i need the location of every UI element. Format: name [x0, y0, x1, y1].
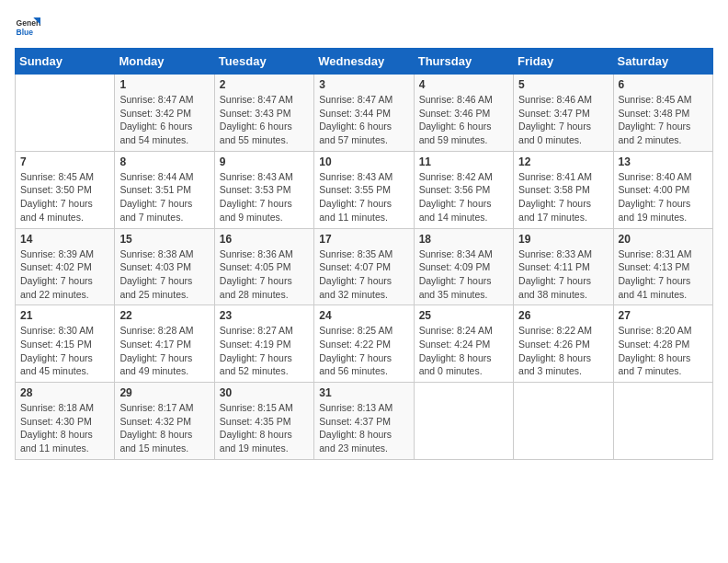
- day-detail: Sunrise: 8:39 AM Sunset: 4:02 PM Dayligh…: [20, 247, 109, 302]
- day-number: 7: [20, 155, 109, 168]
- day-number: 16: [220, 233, 309, 246]
- logo: General Blue: [15, 15, 44, 40]
- day-cell: 3Sunrise: 8:47 AM Sunset: 3:44 PM Daylig…: [314, 75, 414, 152]
- day-number: 3: [319, 78, 408, 91]
- day-detail: Sunrise: 8:43 AM Sunset: 3:53 PM Dayligh…: [220, 170, 309, 224]
- day-detail: Sunrise: 8:38 AM Sunset: 4:03 PM Dayligh…: [119, 247, 209, 302]
- day-cell: 8Sunrise: 8:44 AM Sunset: 3:51 PM Daylig…: [115, 151, 214, 228]
- day-number: 19: [518, 233, 608, 246]
- calendar-header-row: SundayMondayTuesdayWednesdayThursdayFrid…: [16, 49, 713, 75]
- day-number: 27: [619, 309, 708, 322]
- day-cell: 20Sunrise: 8:31 AM Sunset: 4:13 PM Dayli…: [613, 228, 712, 305]
- day-detail: Sunrise: 8:36 AM Sunset: 4:05 PM Dayligh…: [220, 247, 309, 302]
- day-number: 18: [419, 233, 508, 246]
- column-header-monday: Monday: [115, 49, 214, 75]
- day-detail: Sunrise: 8:45 AM Sunset: 3:50 PM Dayligh…: [20, 170, 109, 224]
- day-cell: 11Sunrise: 8:42 AM Sunset: 3:56 PM Dayli…: [414, 151, 513, 228]
- day-number: 4: [419, 78, 508, 91]
- day-detail: Sunrise: 8:46 AM Sunset: 3:46 PM Dayligh…: [419, 93, 508, 147]
- column-header-saturday: Saturday: [613, 49, 712, 75]
- day-number: 6: [619, 78, 708, 91]
- day-detail: Sunrise: 8:31 AM Sunset: 4:13 PM Dayligh…: [619, 247, 708, 302]
- day-number: 17: [319, 233, 408, 246]
- day-detail: Sunrise: 8:47 AM Sunset: 3:43 PM Dayligh…: [220, 93, 309, 147]
- week-row-4: 21Sunrise: 8:30 AM Sunset: 4:15 PM Dayli…: [16, 305, 713, 383]
- day-cell: 26Sunrise: 8:22 AM Sunset: 4:26 PM Dayli…: [514, 305, 613, 383]
- day-cell: 23Sunrise: 8:27 AM Sunset: 4:19 PM Dayli…: [214, 305, 313, 383]
- day-detail: Sunrise: 8:27 AM Sunset: 4:19 PM Dayligh…: [220, 324, 309, 378]
- day-cell: [16, 75, 115, 152]
- day-cell: 4Sunrise: 8:46 AM Sunset: 3:46 PM Daylig…: [414, 75, 513, 152]
- day-detail: Sunrise: 8:13 AM Sunset: 4:37 PM Dayligh…: [319, 401, 408, 455]
- day-detail: Sunrise: 8:22 AM Sunset: 4:26 PM Dayligh…: [518, 324, 608, 378]
- svg-text:Blue: Blue: [17, 28, 34, 37]
- day-detail: Sunrise: 8:28 AM Sunset: 4:17 PM Dayligh…: [119, 324, 209, 378]
- day-number: 12: [518, 155, 608, 168]
- day-detail: Sunrise: 8:40 AM Sunset: 4:00 PM Dayligh…: [619, 170, 708, 224]
- day-cell: 29Sunrise: 8:17 AM Sunset: 4:32 PM Dayli…: [115, 383, 214, 460]
- day-number: 10: [319, 155, 408, 168]
- day-number: 1: [119, 78, 209, 91]
- page-header: General Blue: [15, 15, 713, 40]
- day-detail: Sunrise: 8:30 AM Sunset: 4:15 PM Dayligh…: [20, 324, 109, 378]
- day-detail: Sunrise: 8:44 AM Sunset: 3:51 PM Dayligh…: [119, 170, 209, 224]
- day-cell: 22Sunrise: 8:28 AM Sunset: 4:17 PM Dayli…: [115, 305, 214, 383]
- day-detail: Sunrise: 8:15 AM Sunset: 4:35 PM Dayligh…: [220, 401, 309, 455]
- day-cell: 1Sunrise: 8:47 AM Sunset: 3:42 PM Daylig…: [115, 75, 214, 152]
- day-detail: Sunrise: 8:47 AM Sunset: 3:44 PM Dayligh…: [319, 93, 408, 147]
- day-cell: 25Sunrise: 8:24 AM Sunset: 4:24 PM Dayli…: [414, 305, 513, 383]
- day-number: 11: [419, 155, 508, 168]
- calendar-table: SundayMondayTuesdayWednesdayThursdayFrid…: [15, 48, 713, 460]
- day-number: 14: [20, 233, 109, 246]
- week-row-5: 28Sunrise: 8:18 AM Sunset: 4:30 PM Dayli…: [16, 383, 713, 460]
- day-detail: Sunrise: 8:35 AM Sunset: 4:07 PM Dayligh…: [319, 247, 408, 302]
- day-detail: Sunrise: 8:45 AM Sunset: 3:48 PM Dayligh…: [619, 93, 708, 147]
- week-row-2: 7Sunrise: 8:45 AM Sunset: 3:50 PM Daylig…: [16, 151, 713, 228]
- day-cell: 6Sunrise: 8:45 AM Sunset: 3:48 PM Daylig…: [613, 75, 712, 152]
- day-number: 28: [20, 386, 109, 399]
- day-number: 8: [119, 155, 209, 168]
- day-number: 9: [220, 155, 309, 168]
- day-detail: Sunrise: 8:42 AM Sunset: 3:56 PM Dayligh…: [419, 170, 508, 224]
- column-header-thursday: Thursday: [414, 49, 513, 75]
- day-cell: 30Sunrise: 8:15 AM Sunset: 4:35 PM Dayli…: [214, 383, 313, 460]
- day-number: 15: [119, 233, 209, 246]
- day-cell: 18Sunrise: 8:34 AM Sunset: 4:09 PM Dayli…: [414, 228, 513, 305]
- day-number: 22: [119, 309, 209, 322]
- day-number: 20: [619, 233, 708, 246]
- logo-icon: General Blue: [15, 15, 40, 40]
- day-number: 31: [319, 386, 408, 399]
- column-header-tuesday: Tuesday: [214, 49, 313, 75]
- day-cell: [514, 383, 613, 460]
- day-cell: 13Sunrise: 8:40 AM Sunset: 4:00 PM Dayli…: [613, 151, 712, 228]
- day-number: 26: [518, 309, 608, 322]
- day-cell: 31Sunrise: 8:13 AM Sunset: 4:37 PM Dayli…: [314, 383, 414, 460]
- day-cell: 10Sunrise: 8:43 AM Sunset: 3:55 PM Dayli…: [314, 151, 414, 228]
- day-cell: 9Sunrise: 8:43 AM Sunset: 3:53 PM Daylig…: [214, 151, 313, 228]
- day-number: 23: [220, 309, 309, 322]
- day-cell: 24Sunrise: 8:25 AM Sunset: 4:22 PM Dayli…: [314, 305, 414, 383]
- day-detail: Sunrise: 8:24 AM Sunset: 4:24 PM Dayligh…: [419, 324, 508, 378]
- day-cell: 15Sunrise: 8:38 AM Sunset: 4:03 PM Dayli…: [115, 228, 214, 305]
- day-number: 24: [319, 309, 408, 322]
- day-number: 21: [20, 309, 109, 322]
- day-cell: 17Sunrise: 8:35 AM Sunset: 4:07 PM Dayli…: [314, 228, 414, 305]
- day-detail: Sunrise: 8:46 AM Sunset: 3:47 PM Dayligh…: [518, 93, 608, 147]
- day-detail: Sunrise: 8:47 AM Sunset: 3:42 PM Dayligh…: [119, 93, 209, 147]
- day-cell: 19Sunrise: 8:33 AM Sunset: 4:11 PM Dayli…: [514, 228, 613, 305]
- day-cell: 5Sunrise: 8:46 AM Sunset: 3:47 PM Daylig…: [514, 75, 613, 152]
- day-cell: 12Sunrise: 8:41 AM Sunset: 3:58 PM Dayli…: [514, 151, 613, 228]
- week-row-1: 1Sunrise: 8:47 AM Sunset: 3:42 PM Daylig…: [16, 75, 713, 152]
- column-header-sunday: Sunday: [16, 49, 115, 75]
- day-detail: Sunrise: 8:41 AM Sunset: 3:58 PM Dayligh…: [518, 170, 608, 224]
- day-detail: Sunrise: 8:25 AM Sunset: 4:22 PM Dayligh…: [319, 324, 408, 378]
- day-number: 5: [518, 78, 608, 91]
- day-detail: Sunrise: 8:20 AM Sunset: 4:28 PM Dayligh…: [619, 324, 708, 378]
- day-cell: 16Sunrise: 8:36 AM Sunset: 4:05 PM Dayli…: [214, 228, 313, 305]
- day-detail: Sunrise: 8:34 AM Sunset: 4:09 PM Dayligh…: [419, 247, 508, 302]
- day-number: 13: [619, 155, 708, 168]
- day-detail: Sunrise: 8:17 AM Sunset: 4:32 PM Dayligh…: [119, 401, 209, 455]
- day-detail: Sunrise: 8:43 AM Sunset: 3:55 PM Dayligh…: [319, 170, 408, 224]
- day-cell: 27Sunrise: 8:20 AM Sunset: 4:28 PM Dayli…: [613, 305, 712, 383]
- day-cell: 7Sunrise: 8:45 AM Sunset: 3:50 PM Daylig…: [16, 151, 115, 228]
